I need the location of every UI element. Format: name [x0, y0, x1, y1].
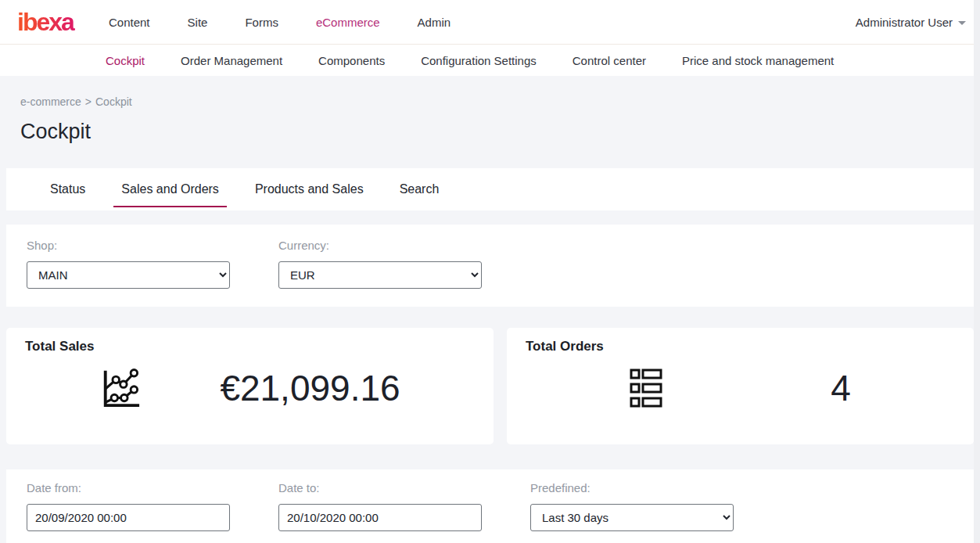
ibexa-logo[interactable]: ibexa [17, 9, 81, 34]
main-menu: Content Site Forms eCommerce Admin [109, 16, 451, 29]
date-from-filter: Date from: [27, 481, 278, 543]
vertical-scrollbar[interactable] [974, 0, 980, 543]
sub-nav-item-components[interactable]: Components [318, 54, 385, 67]
tab-search[interactable]: Search [395, 168, 444, 210]
main-menu-item-forms[interactable]: Forms [245, 16, 278, 29]
sub-nav-item-configuration-settings[interactable]: Configuration Settings [421, 54, 537, 67]
total-orders-title: Total Orders [526, 339, 955, 354]
user-menu-label: Administrator User [856, 16, 953, 29]
breadcrumb-current: Cockpit [95, 95, 132, 108]
breadcrumb-separator: > [85, 95, 92, 108]
main-menu-item-site[interactable]: Site [188, 16, 208, 29]
shop-select[interactable]: MAIN [27, 261, 230, 289]
total-sales-body: €21,099.16 [25, 367, 475, 409]
currency-label: Currency: [278, 239, 530, 252]
date-from-input[interactable] [27, 504, 230, 531]
metrics-row: Total Sales €21,099.16 Total Orders [6, 328, 980, 444]
main-menu-item-content[interactable]: Content [109, 16, 150, 29]
date-to-filter: Date to: [278, 481, 530, 543]
breadcrumb: e-commerce>Cockpit [20, 95, 980, 108]
tab-status[interactable]: Status [45, 168, 90, 210]
total-sales-card: Total Sales €21,099.16 [6, 328, 494, 444]
cockpit-tab-bar: Status Sales and Orders Products and Sal… [6, 168, 974, 210]
sub-nav-item-cockpit[interactable]: Cockpit [106, 54, 145, 67]
sub-nav-item-price-and-stock[interactable]: Price and stock management [682, 54, 834, 67]
tab-products-and-sales[interactable]: Products and Sales [250, 168, 368, 210]
date-to-label: Date to: [278, 481, 530, 494]
caret-down-icon [958, 21, 966, 25]
sub-nav-item-control-center[interactable]: Control center [573, 54, 646, 67]
shop-filter: Shop: MAIN [27, 239, 278, 307]
currency-filter: Currency: EUR [278, 239, 530, 307]
predefined-filter: Predefined: Last 30 days [530, 481, 782, 543]
order-list-icon [630, 368, 662, 408]
main-menu-item-ecommerce[interactable]: eCommerce [316, 16, 380, 29]
shop-label: Shop: [27, 239, 278, 252]
ecommerce-sub-nav: Cockpit Order Management Components Conf… [0, 45, 980, 76]
total-orders-body: 4 [526, 367, 955, 409]
page-title: Cockpit [20, 120, 980, 144]
total-orders-card: Total Orders 4 [507, 328, 974, 444]
predefined-select[interactable]: Last 30 days [530, 504, 734, 531]
total-sales-title: Total Sales [25, 339, 475, 354]
top-nav-bar: ibexa Content Site Forms eCommerce Admin… [0, 0, 980, 45]
total-orders-value: 4 [831, 367, 851, 409]
shop-currency-filter-panel: Shop: MAIN Currency: EUR [6, 225, 974, 307]
total-sales-value: €21,099.16 [220, 367, 400, 409]
date-filter-panel: Date from: Date to: Predefined: Last 30 … [6, 469, 974, 543]
breadcrumb-section[interactable]: e-commerce [20, 95, 81, 108]
predefined-label: Predefined: [530, 481, 782, 494]
main-menu-item-admin[interactable]: Admin [418, 16, 451, 29]
tab-sales-and-orders[interactable]: Sales and Orders [117, 168, 224, 210]
line-chart-icon [99, 367, 142, 409]
sub-nav-item-order-management[interactable]: Order Management [181, 54, 282, 67]
date-to-input[interactable] [278, 504, 482, 531]
date-from-label: Date from: [27, 481, 278, 494]
user-menu[interactable]: Administrator User [856, 16, 966, 29]
currency-select[interactable]: EUR [278, 261, 482, 289]
